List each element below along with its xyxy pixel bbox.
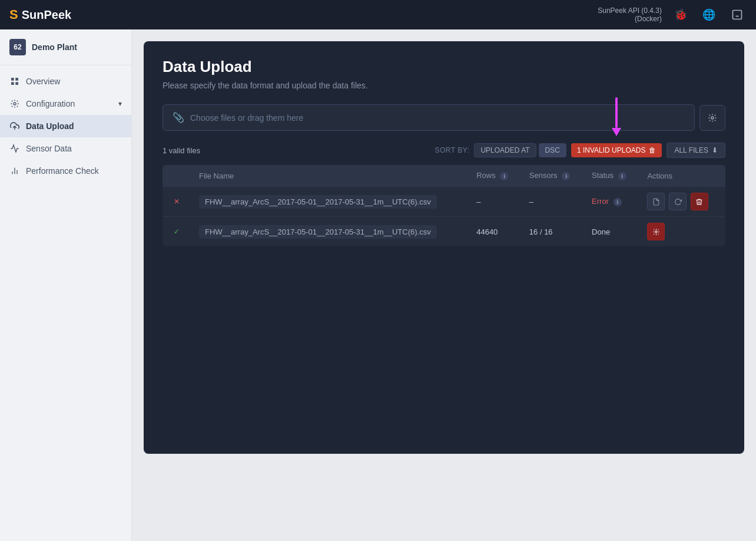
sidebar-item-configuration[interactable]: Configuration ▾ [0, 93, 131, 115]
table-body: ✕ FHW__array_ArcS__2017-05-01__2017-05-3… [163, 187, 725, 247]
delete-file-button[interactable] [691, 193, 708, 210]
sidebar-item-label-data-upload: Data Upload [26, 121, 74, 131]
bug-icon[interactable]: 🐞 [671, 5, 690, 24]
row-status: Done [583, 217, 639, 247]
col-status: Status ℹ [583, 165, 639, 187]
sidebar-item-label-overview: Overview [26, 77, 60, 86]
error-icon: ✕ [171, 196, 183, 207]
col-actions: Actions [639, 165, 725, 187]
sidebar-item-overview[interactable]: Overview [0, 70, 131, 93]
row-sensors: 16 / 16 [521, 217, 583, 247]
file-name-link[interactable]: FHW__array_ArcS__2017-05-01__2017-05-31_… [199, 225, 437, 239]
table-header: File Name Rows ℹ Sensors ℹ Status ℹ Acti… [163, 165, 725, 187]
overview-icon [9, 76, 20, 87]
sensor-data-icon [9, 143, 20, 154]
trash-icon: 🗑 [649, 146, 656, 154]
svg-point-8 [14, 103, 16, 105]
row-file-name: FHW__array_ArcS__2017-05-01__2017-05-31_… [191, 217, 468, 247]
sidebar-item-performance-check[interactable]: Performance Check [0, 160, 131, 182]
row-rows: 44640 [468, 217, 521, 247]
status-badge-done: Done [592, 227, 610, 236]
plant-badge: 62 [9, 39, 26, 55]
status-info-icon[interactable]: ℹ [618, 172, 626, 180]
sidebar-item-label-performance-check: Performance Check [26, 166, 99, 176]
file-name-link[interactable]: FHW__array_ArcS__2017-05-01__2017-05-31_… [199, 195, 437, 209]
rows-info-icon[interactable]: ℹ [500, 172, 508, 180]
sort-controls: SORT BY: UPLOADED AT DSC 1 INVALID UPLOA… [435, 143, 725, 158]
svg-rect-0 [733, 11, 742, 19]
data-upload-icon [9, 121, 20, 131]
row-status: Error ℹ [583, 187, 639, 217]
sidebar-item-label-sensor-data: Sensor Data [26, 144, 72, 153]
all-files-button[interactable]: ALL FILES ⬇ [667, 143, 725, 158]
svg-rect-4 [11, 78, 14, 81]
sort-uploaded-button[interactable]: UPLOADED AT [474, 143, 536, 157]
col-rows: Rows ℹ [468, 165, 521, 187]
main-content: Data Upload Please specify the data form… [132, 29, 756, 541]
export-icon: ⬇ [712, 146, 718, 154]
topnav-right: SunPeek API (0.4.3) (Docker) 🐞 🌐 [598, 5, 747, 24]
row-actions [639, 217, 725, 247]
logo-s-icon: S [9, 7, 18, 22]
svg-point-13 [711, 117, 714, 119]
configuration-icon [9, 98, 20, 109]
status-badge-error: Error [592, 197, 609, 206]
svg-point-14 [655, 230, 657, 232]
table-row: ✓ FHW__array_ArcS__2017-05-01__2017-05-3… [163, 217, 725, 247]
refresh-file-button[interactable] [669, 193, 687, 210]
chevron-down-icon: ▾ [118, 100, 122, 108]
row-sensors: – [521, 187, 583, 217]
upload-card: Data Upload Please specify the data form… [144, 41, 744, 454]
app-logo[interactable]: S SunPeek [9, 7, 71, 22]
file-placeholder: Choose files or drag them here [190, 113, 303, 123]
col-file-name: File Name [191, 165, 468, 187]
page-title: Data Upload [163, 58, 725, 76]
row-status-indicator: ✓ [163, 217, 191, 247]
sort-dsc-button[interactable]: DSC [539, 143, 566, 157]
app-name: SunPeek [22, 8, 71, 22]
row-rows: – [468, 187, 521, 217]
file-drop-area[interactable]: 📎 Choose files or drag them here [163, 104, 695, 131]
sidebar-item-data-upload[interactable]: Data Upload [0, 115, 131, 137]
main-layout: 62 Demo Plant Overview [0, 29, 756, 541]
topnav: S SunPeek SunPeek API (0.4.3) (Docker) 🐞… [0, 0, 756, 29]
col-status-icon [163, 165, 191, 187]
sensors-info-icon[interactable]: ℹ [562, 172, 570, 180]
valid-files-count: 1 valid files [163, 146, 200, 155]
sidebar: 62 Demo Plant Overview [0, 29, 132, 541]
files-table: File Name Rows ℹ Sensors ℹ Status ℹ Acti… [163, 165, 725, 246]
sidebar-item-sensor-data[interactable]: Sensor Data [0, 137, 131, 160]
row-status-indicator: ✕ [163, 187, 191, 217]
sidebar-nav: Overview Configuration ▾ [0, 65, 131, 187]
configure-done-button[interactable] [647, 223, 665, 240]
success-icon: ✓ [171, 226, 183, 237]
row-actions [639, 187, 725, 217]
col-sensors: Sensors ℹ [521, 165, 583, 187]
sort-label: SORT BY: [435, 146, 470, 154]
row-file-name: FHW__array_ArcS__2017-05-01__2017-05-31_… [191, 187, 468, 217]
page-subtitle: Please specify the data format and uploa… [163, 81, 725, 90]
user-icon[interactable] [728, 5, 747, 24]
invalid-uploads-wrapper: 1 INVALID UPLOADS 🗑 [571, 143, 662, 157]
sidebar-item-label-configuration: Configuration [26, 99, 75, 108]
plant-name: Demo Plant [32, 42, 77, 52]
clip-icon: 📎 [173, 112, 184, 123]
svg-rect-5 [15, 78, 18, 81]
error-info-icon[interactable]: ℹ [614, 198, 622, 206]
globe-icon[interactable]: 🌐 [699, 5, 718, 24]
invalid-uploads-button[interactable]: 1 INVALID UPLOADS 🗑 [571, 143, 662, 157]
performance-check-icon [9, 166, 20, 176]
view-file-button[interactable] [647, 193, 665, 210]
svg-rect-6 [11, 82, 14, 85]
table-row: ✕ FHW__array_ArcS__2017-05-01__2017-05-3… [163, 187, 725, 217]
plant-header: 62 Demo Plant [0, 29, 131, 65]
svg-rect-7 [15, 82, 18, 85]
file-input-row: 📎 Choose files or drag them here [163, 104, 725, 131]
settings-button[interactable] [699, 105, 725, 131]
api-info: SunPeek API (0.4.3) (Docker) [598, 6, 662, 23]
files-summary-row: 1 valid files SORT BY: UPLOADED AT DSC 1… [163, 143, 725, 158]
